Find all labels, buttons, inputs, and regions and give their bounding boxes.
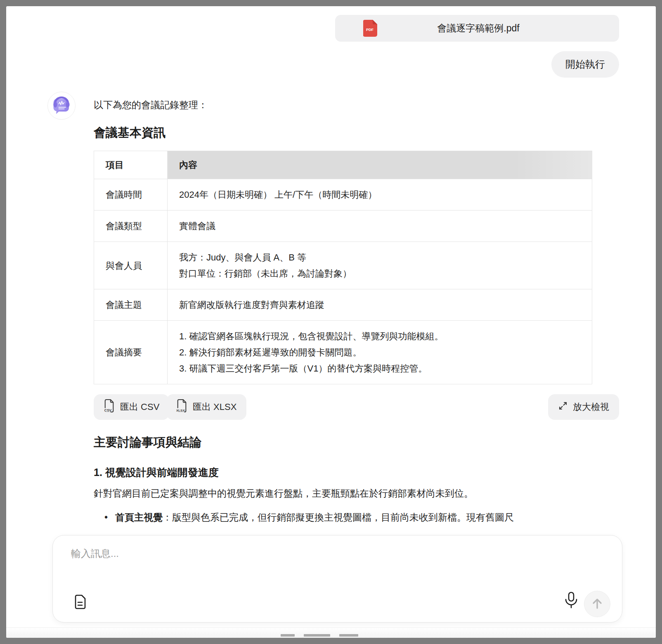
microphone-button[interactable] bbox=[564, 592, 578, 609]
row-content: 實體會議 bbox=[168, 211, 592, 242]
clipped-footer-text-fragments bbox=[281, 634, 358, 637]
assistant-intro-text: 以下為您的會議記錄整理： bbox=[94, 99, 208, 111]
attachment-chip[interactable]: PDF 會議逐字稿範例.pdf bbox=[335, 15, 619, 42]
microphone-icon bbox=[564, 604, 578, 610]
export-xlsx-label: 匯出 XLSX bbox=[193, 401, 236, 413]
export-xlsx-button[interactable]: XLSX 匯出 XLSX bbox=[166, 394, 246, 420]
message-composer bbox=[52, 535, 622, 623]
meeting-info-table: 項目 內容 會議時間 2024年（日期未明確） 上午/下午（時間未明確） 會議類… bbox=[94, 151, 592, 384]
svg-text:XLSX: XLSX bbox=[176, 409, 185, 412]
row-label: 與會人員 bbox=[94, 242, 168, 289]
row-label: 會議類型 bbox=[94, 211, 168, 242]
zoom-view-button[interactable]: 放大檢視 bbox=[548, 394, 619, 420]
row-content: 2024年（日期未明確） 上午/下午（時間未明確） bbox=[168, 179, 592, 211]
arrow-up-icon bbox=[591, 597, 603, 611]
pdf-file-icon: PDF bbox=[363, 20, 377, 37]
bullet-dot: • bbox=[104, 512, 115, 523]
row-content: 1. 確認官網各區塊執行現況，包含視覺設計、導覽列與功能模組。2. 解決行銷部素… bbox=[168, 321, 592, 384]
export-csv-button[interactable]: CSV 匯出 CSV bbox=[94, 394, 169, 420]
discussion-subheading: 1. 視覺設計與前端開發進度 bbox=[94, 466, 219, 479]
discussion-paragraph: 針對官網目前已定案與調整中的視覺元素進行盤點，主要瓶頸點在於行銷部素材尚未到位。 bbox=[94, 487, 614, 500]
table-header-row: 項目 內容 bbox=[94, 151, 592, 179]
send-button[interactable] bbox=[584, 591, 610, 617]
assistant-avatar bbox=[47, 92, 76, 120]
column-header-item: 項目 bbox=[94, 151, 168, 179]
chat-screen: PDF 會議逐字稿範例.pdf 開始執行 bbox=[6, 6, 656, 638]
attach-file-button[interactable] bbox=[73, 594, 87, 611]
user-message-text: 開始執行 bbox=[565, 58, 605, 71]
attachment-filename: 會議逐字稿範例.pdf bbox=[377, 22, 579, 35]
column-header-content: 內容 bbox=[168, 151, 592, 179]
window-frame: PDF 會議逐字稿範例.pdf 開始執行 bbox=[0, 0, 662, 644]
user-message-bubble: 開始執行 bbox=[551, 51, 619, 78]
table-row: 會議時間 2024年（日期未明確） 上午/下午（時間未明確） bbox=[94, 179, 592, 211]
row-content: 我方：Judy、與會人員 A、B 等對口單位：行銷部（未出席，為討論對象） bbox=[168, 242, 592, 289]
message-input[interactable] bbox=[71, 547, 566, 572]
discussion-bullet: •首頁主視覺：版型與色系已完成，但行銷部擬更換主視覺圖檔，目前尚未收到新檔。現有… bbox=[104, 511, 616, 524]
xlsx-file-icon: XLSX bbox=[176, 399, 188, 415]
discussion-heading: 主要討論事項與結論 bbox=[94, 434, 201, 451]
table-row: 會議主題 新官網改版執行進度對齊與素材追蹤 bbox=[94, 289, 592, 321]
table-row: 會議類型 實體會議 bbox=[94, 211, 592, 242]
csv-file-icon: CSV bbox=[104, 399, 115, 415]
row-label: 會議主題 bbox=[94, 289, 168, 321]
table-row: 與會人員 我方：Judy、與會人員 A、B 等對口單位：行銷部（未出席，為討論對… bbox=[94, 242, 592, 289]
row-label: 會議時間 bbox=[94, 179, 168, 211]
svg-text:CSV: CSV bbox=[104, 408, 112, 412]
export-csv-label: 匯出 CSV bbox=[120, 401, 159, 413]
headphones-transcribe-icon bbox=[51, 94, 72, 117]
meeting-info-heading: 會議基本資訊 bbox=[94, 125, 166, 141]
svg-text:PDF: PDF bbox=[366, 28, 374, 32]
file-text-icon bbox=[73, 605, 87, 611]
row-label: 會議摘要 bbox=[94, 321, 168, 384]
table-row: 會議摘要 1. 確認官網各區塊執行現況，包含視覺設計、導覽列與功能模組。2. 解… bbox=[94, 321, 592, 384]
row-content: 新官網改版執行進度對齊與素材追蹤 bbox=[168, 289, 592, 321]
expand-arrows-icon bbox=[558, 401, 568, 413]
bullet-bold-text: 首頁主視覺 bbox=[115, 512, 163, 523]
bullet-rest-text: ：版型與色系已完成，但行銷部擬更換主視覺圖檔，目前尚未收到新檔。現有舊圖尺 bbox=[163, 512, 514, 523]
zoom-view-label: 放大檢視 bbox=[573, 401, 609, 413]
